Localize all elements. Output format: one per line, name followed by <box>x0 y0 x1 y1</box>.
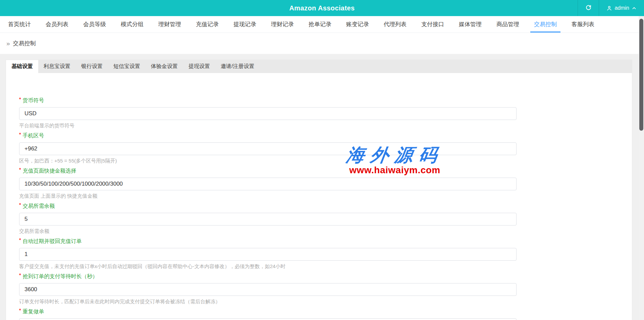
nav-item-member-list[interactable]: 会员列表 <box>41 16 73 33</box>
field-trade-required-balance: *交易所需余额交易所需余额 <box>19 203 517 234</box>
nav-item-trade-control[interactable]: 交易控制 <box>530 16 561 33</box>
nav-item-finance-records[interactable]: 理财记录 <box>267 16 298 33</box>
tab-smsbao-settings[interactable]: 短信宝设置 <box>108 60 146 73</box>
required-asterisk: * <box>19 307 21 314</box>
nav-item-grab-order-records[interactable]: 抢单记录 <box>304 16 336 33</box>
breadcrumb-arrows-icon: » <box>6 40 10 47</box>
refresh-button[interactable] <box>578 0 599 16</box>
tab-withdraw-settings[interactable]: 提现设置 <box>183 60 215 73</box>
phone-area-code-input[interactable] <box>19 142 517 155</box>
nav-item-finance-manage[interactable]: 理财管理 <box>154 16 185 33</box>
refresh-icon <box>585 4 592 12</box>
currency-symbol-input[interactable] <box>19 107 517 120</box>
main-nav: 首页统计会员列表会员等级模式分组理财管理充值记录提现记录理财记录抢单记录账变记录… <box>0 16 644 33</box>
required-asterisk: * <box>19 237 21 243</box>
tab-invite-register-settings[interactable]: 邀请/注册设置 <box>215 60 260 73</box>
field-auto-expire-recharge-order: *自动过期并驳回充值订单客户提交充值，未支付的充值订单x小时后自动过期驳回（驳回… <box>19 238 517 269</box>
field-label-text: 手机区号 <box>22 132 44 139</box>
nav-item-member-level[interactable]: 会员等级 <box>79 16 110 33</box>
nav-item-product-manage[interactable]: 商品管理 <box>492 16 524 33</box>
field-phone-area-code: *手机区号区号，如巴西：+55 = 55(多个区号用|5隔开) <box>19 132 517 164</box>
nav-item-payment-api[interactable]: 支付接口 <box>417 16 448 33</box>
field-label-text: 重复做单 <box>22 308 44 315</box>
repeat-order-input[interactable] <box>19 318 517 320</box>
field-helper: 区号，如巴西：+55 = 55(多个区号用|5隔开) <box>19 158 517 164</box>
field-grab-order-payment-wait-seconds: *抢到订单的支付等待时长（秒）订单支付等待时长，匹配订单后未在此时间内完成支付提… <box>19 273 517 305</box>
required-asterisk: * <box>19 272 21 278</box>
user-icon <box>606 5 612 11</box>
settings-panel: 基础设置利息宝设置银行设置短信宝设置体验金设置提现设置邀请/注册设置 *货币符号… <box>6 60 632 320</box>
settings-form: *货币符号平台前端显示的货币符号*手机区号区号，如巴西：+55 = 55(多个区… <box>6 73 632 320</box>
app-root: Amazon Associates ad <box>0 0 644 320</box>
nav-item-customer-service-list[interactable]: 客服列表 <box>567 16 599 33</box>
field-label-text: 抢到订单的支付等待时长（秒） <box>22 273 98 279</box>
field-label: *交易所需余额 <box>19 203 517 209</box>
header-actions: admin <box>578 0 644 16</box>
field-label: *货币符号 <box>19 97 517 104</box>
field-label: *自动过期并驳回充值订单 <box>19 238 517 244</box>
field-label-text: 充值页面快捷金额选择 <box>22 168 76 174</box>
nav-item-media-manage[interactable]: 媒体管理 <box>454 16 486 33</box>
nav-item-recharge-records[interactable]: 充值记录 <box>192 16 223 33</box>
breadcrumb: » 交易控制 <box>0 33 644 54</box>
field-helper: 平台前端显示的货币符号 <box>19 123 517 129</box>
auto-expire-recharge-order-input[interactable] <box>19 248 517 261</box>
scrollbar-thumb[interactable] <box>639 19 643 131</box>
field-label-text: 货币符号 <box>22 97 44 104</box>
field-currency-symbol: *货币符号平台前端显示的货币符号 <box>19 97 517 129</box>
trade-required-balance-input[interactable] <box>19 213 517 226</box>
field-helper: 客户提交充值，未支付的充值订单x小时后自动过期驳回（驳回内容在帮助中心-文本内容… <box>19 263 517 269</box>
user-menu[interactable]: admin <box>599 0 644 16</box>
field-label: *重复做单 <box>19 308 517 315</box>
field-helper: 充值页面 上面显示的 快捷充值金额 <box>19 193 517 199</box>
app-title: Amazon Associates <box>0 4 644 12</box>
field-label-text: 交易所需余额 <box>22 203 55 209</box>
field-helper: 订单支付等待时长，匹配订单后未在此时间内完成支付提交订单将会被冻结（需后台解冻） <box>19 299 517 305</box>
required-asterisk: * <box>19 131 21 138</box>
field-label-text: 自动过期并驳回充值订单 <box>22 238 82 244</box>
field-recharge-quick-amounts: *充值页面快捷金额选择充值页面 上面显示的 快捷充值金额 <box>19 168 517 199</box>
required-asterisk: * <box>19 167 21 173</box>
recharge-quick-amounts-input[interactable] <box>19 178 517 190</box>
username-label: admin <box>614 5 629 11</box>
page-scrollbar[interactable] <box>639 16 644 320</box>
field-label: *手机区号 <box>19 132 517 139</box>
tab-bank-settings[interactable]: 银行设置 <box>76 60 108 73</box>
settings-tabs: 基础设置利息宝设置银行设置短信宝设置体验金设置提现设置邀请/注册设置 <box>6 60 632 73</box>
field-label: *充值页面快捷金额选择 <box>19 168 517 174</box>
grab-order-payment-wait-seconds-input[interactable] <box>19 283 517 296</box>
nav-item-withdraw-records[interactable]: 提现记录 <box>229 16 261 33</box>
top-header: Amazon Associates ad <box>0 0 644 16</box>
breadcrumb-label: 交易控制 <box>13 40 36 47</box>
required-asterisk: * <box>19 202 21 208</box>
field-helper: 交易所需余额 <box>19 228 517 234</box>
nav-item-account-change-records[interactable]: 账变记录 <box>342 16 373 33</box>
nav-item-mode-group[interactable]: 模式分组 <box>116 16 148 33</box>
required-asterisk: * <box>19 96 21 103</box>
chevron-up-icon <box>632 6 637 11</box>
nav-item-home-stats[interactable]: 首页统计 <box>4 16 35 33</box>
tab-trial-fund-settings[interactable]: 体验金设置 <box>146 60 183 73</box>
tab-lixibao-settings[interactable]: 利息宝设置 <box>38 60 76 73</box>
tab-basic-settings[interactable]: 基础设置 <box>6 60 38 73</box>
nav-item-agent-list[interactable]: 代理列表 <box>379 16 411 33</box>
field-repeat-order: *重复做单 <box>19 308 517 320</box>
field-label: *抢到订单的支付等待时长（秒） <box>19 273 517 279</box>
